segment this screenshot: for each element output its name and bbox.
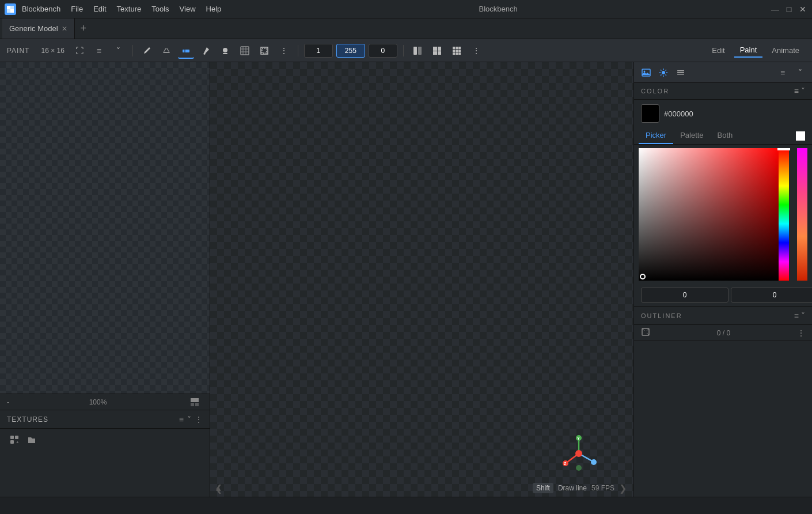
gradient-picker[interactable]	[634, 145, 812, 284]
color-gradient[interactable]	[639, 148, 780, 281]
svg-point-50	[662, 71, 665, 74]
color-tab-palette[interactable]: Palette	[673, 127, 710, 144]
toolbar: PAINT 16 × 16 ⛶ ≡ ˅ ⋮ ⋮ Edit Paint Anima…	[0, 39, 812, 62]
frame-icon[interactable]	[256, 43, 272, 59]
spacing-input[interactable]	[369, 44, 397, 58]
open-texture-button[interactable]	[24, 432, 39, 447]
svg-rect-60	[677, 72, 684, 73]
svg-rect-15	[262, 48, 267, 53]
nav-center-icon[interactable]: ▲	[215, 483, 223, 493]
nav-left-area: ❮ ▲	[210, 479, 227, 497]
svg-rect-2	[10, 9, 14, 13]
canvas-zoom: 100%	[89, 398, 107, 406]
hue-slider-container[interactable]	[779, 148, 789, 281]
menu-edit[interactable]: Edit	[89, 3, 111, 14]
svg-rect-21	[438, 51, 441, 55]
outliner-header: OUTLINER ≡ ˅	[634, 307, 812, 325]
brush-size-input[interactable]	[304, 44, 333, 58]
svg-line-57	[666, 70, 667, 71]
toolbar-overflow-icon[interactable]: ⋮	[468, 43, 484, 59]
right-toolbar-right: ≡ ˅	[775, 65, 807, 80]
equal-icon[interactable]: ≡	[91, 43, 107, 59]
fill-tool-icon[interactable]	[158, 43, 174, 59]
svg-text:+: +	[16, 440, 19, 444]
menu-lines-icon[interactable]	[673, 65, 688, 80]
right-toolbar-chevron-icon[interactable]: ˅	[792, 65, 807, 80]
textures-chevron-icon[interactable]: ˅	[187, 415, 191, 424]
svg-rect-22	[453, 47, 455, 49]
opacity-input[interactable]	[336, 44, 365, 58]
minimize-button[interactable]: —	[771, 5, 780, 14]
erase-tool-icon[interactable]	[178, 43, 194, 59]
green-input[interactable]	[731, 288, 812, 303]
nav-right-arrow[interactable]: ❯	[619, 483, 627, 494]
outliner-equal-icon[interactable]: ≡	[794, 311, 799, 320]
canvas-layout-icon[interactable]	[187, 394, 203, 410]
viewport[interactable]: Y Z Shift Draw line 59 FPS ❯ ❮ ▲	[210, 62, 633, 497]
expand-icon[interactable]: ⛶	[71, 43, 88, 59]
outliner-chevron-icon[interactable]: ˅	[801, 311, 805, 320]
svg-point-47	[576, 465, 582, 471]
brush-tool-icon[interactable]	[139, 43, 155, 59]
shift-indicator: Shift	[533, 483, 553, 493]
menu-help[interactable]: Help	[202, 3, 226, 14]
color-equal-icon[interactable]: ≡	[794, 86, 799, 96]
tab-close-icon[interactable]: ✕	[62, 25, 67, 33]
svg-rect-34	[10, 436, 14, 439]
textures-label: TEXTURES	[7, 415, 48, 424]
color-tab-extra	[796, 127, 807, 144]
left-panel: - 100% TEXTURES ≡ ˅ ⋮ +	[0, 62, 210, 497]
outliner-count: 0 / 0	[717, 329, 730, 337]
texture-canvas[interactable]	[0, 62, 210, 394]
grid-view-icon[interactable]	[429, 43, 445, 59]
tab-generic-model[interactable]: Generic Model ✕	[2, 18, 75, 39]
svg-rect-48	[642, 69, 650, 76]
menu-file[interactable]: File	[66, 3, 88, 14]
chevron-icon[interactable]: ˅	[111, 43, 127, 59]
textures-header: TEXTURES ≡ ˅ ⋮	[0, 410, 210, 429]
outliner-more-icon[interactable]: ⋮	[797, 328, 805, 338]
color-chevron-icon[interactable]: ˅	[801, 86, 805, 96]
alpha-slider[interactable]	[797, 148, 807, 281]
tab-paint[interactable]: Paint	[734, 43, 763, 58]
svg-rect-35	[15, 436, 18, 439]
close-button[interactable]: ✕	[798, 5, 807, 14]
resize-icon[interactable]	[409, 43, 426, 59]
red-input[interactable]	[641, 288, 728, 303]
grid-view-icon2[interactable]	[449, 43, 465, 59]
svg-rect-30	[458, 52, 461, 55]
menu-texture[interactable]: Texture	[112, 3, 146, 14]
svg-rect-59	[677, 70, 684, 71]
hue-slider[interactable]	[779, 148, 789, 281]
dropper-tool-icon[interactable]	[198, 43, 214, 59]
color-tab-picker[interactable]: Picker	[639, 127, 673, 144]
tab-add-button[interactable]: +	[75, 22, 93, 35]
svg-rect-28	[453, 52, 455, 55]
outliner-cube-icon[interactable]	[641, 327, 650, 338]
tab-animate[interactable]: Animate	[766, 44, 805, 57]
grid-overlay-icon[interactable]	[237, 43, 253, 59]
svg-rect-27	[458, 50, 461, 52]
color-tab-both[interactable]: Both	[711, 127, 740, 144]
textures-more-icon[interactable]: ⋮	[195, 415, 203, 424]
svg-rect-24	[458, 47, 461, 49]
stamp-tool-icon[interactable]	[217, 43, 233, 59]
add-texture-button[interactable]: +	[7, 432, 22, 447]
menu-view[interactable]: View	[175, 3, 200, 14]
svg-point-45	[591, 459, 597, 465]
right-toolbar-equal-icon[interactable]: ≡	[775, 65, 790, 80]
view-mode-tabs: Edit Paint Animate	[706, 43, 805, 58]
paint-mode-label: PAINT	[7, 47, 29, 55]
menu-tools[interactable]: Tools	[147, 3, 173, 14]
textures-equal-icon[interactable]: ≡	[179, 415, 184, 424]
toolbar-more-icon[interactable]: ⋮	[276, 43, 292, 59]
maximize-button[interactable]: □	[784, 5, 794, 14]
svg-rect-3	[7, 9, 10, 13]
light-icon[interactable]	[656, 65, 671, 80]
color-swatch[interactable]	[641, 104, 659, 123]
color-white-square[interactable]	[796, 131, 805, 141]
image-view-icon[interactable]	[639, 65, 654, 80]
toolbar-separator-2	[298, 45, 298, 56]
tab-edit[interactable]: Edit	[706, 44, 730, 57]
svg-rect-1	[7, 6, 10, 9]
